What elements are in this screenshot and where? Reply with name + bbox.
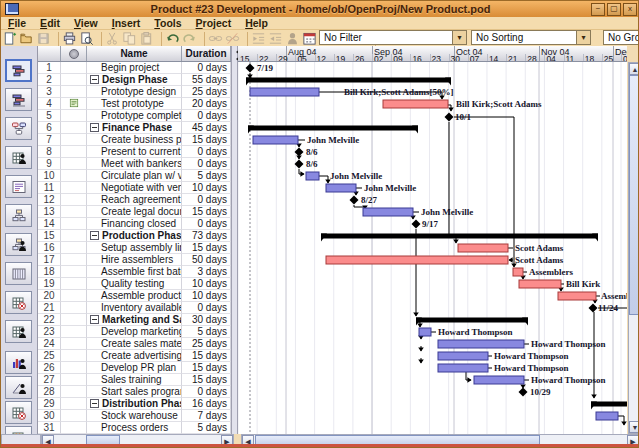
table-row[interactable]: 27Sales training15 days bbox=[38, 374, 231, 386]
task-duration-cell[interactable]: 25 days bbox=[182, 338, 231, 350]
row-number[interactable]: 24 bbox=[38, 338, 61, 350]
table-row[interactable]: 4Test prototype20 days bbox=[38, 98, 231, 110]
task-duration-cell[interactable]: 0 days bbox=[182, 386, 231, 398]
table-row[interactable]: 14Financing closed0 days bbox=[38, 218, 231, 230]
close-button[interactable]: x bbox=[623, 3, 637, 16]
table-row[interactable]: 8Present to current inve0 days bbox=[38, 146, 231, 158]
gantt-summary-bar[interactable] bbox=[246, 78, 451, 83]
task-name-cell[interactable]: Assemble first batch bbox=[87, 266, 182, 278]
menu-help[interactable]: Help bbox=[238, 17, 275, 29]
gantt-task-bar[interactable] bbox=[250, 88, 319, 96]
name-column-header[interactable]: Name bbox=[87, 46, 182, 61]
toolbar-calendar-button[interactable] bbox=[301, 31, 318, 47]
task-name-cell[interactable]: Marketing and Sales P bbox=[87, 314, 182, 326]
task-name-cell[interactable]: Begin project bbox=[87, 62, 182, 74]
scroll-down-icon[interactable]: ▼ bbox=[629, 421, 639, 433]
table-row[interactable]: 23Develop marketing pla5 days bbox=[38, 326, 231, 338]
task-duration-cell[interactable]: 3 days bbox=[182, 266, 231, 278]
task-name-cell[interactable]: Develop PR plan bbox=[87, 362, 182, 374]
table-row[interactable]: 20Assemble product10 days bbox=[38, 290, 231, 302]
row-info-cell[interactable] bbox=[61, 86, 87, 98]
row-info-cell[interactable] bbox=[61, 374, 87, 386]
task-name-cell[interactable]: Create legal document bbox=[87, 206, 182, 218]
table-row[interactable]: 28Start sales program0 days bbox=[38, 386, 231, 398]
table-row[interactable]: 31Process orders5 days bbox=[38, 422, 231, 434]
row-info-cell[interactable] bbox=[61, 98, 87, 110]
task-name-cell[interactable]: Meet with bankers bbox=[87, 158, 182, 170]
row-number[interactable]: 18 bbox=[38, 266, 61, 278]
collapse-icon[interactable] bbox=[90, 231, 99, 240]
row-info-cell[interactable] bbox=[61, 410, 87, 422]
gantt-task-bar[interactable] bbox=[438, 352, 488, 360]
row-info-cell[interactable] bbox=[61, 74, 87, 86]
sidebar-view-resources[interactable] bbox=[5, 146, 32, 169]
row-number[interactable]: 23 bbox=[38, 326, 61, 338]
table-row[interactable]: 10Circulate plan w/ venti5 days bbox=[38, 170, 231, 182]
scroll-up-icon[interactable]: ▲ bbox=[629, 63, 639, 75]
task-duration-cell[interactable]: 15 days bbox=[182, 242, 231, 254]
table-header[interactable]: Name Duration bbox=[38, 46, 231, 62]
table-row[interactable]: 12Reach agreement0 days bbox=[38, 194, 231, 206]
menu-tools[interactable]: Tools bbox=[147, 17, 188, 29]
gantt-task-bar[interactable] bbox=[558, 292, 596, 300]
sidebar-view-reports-columns[interactable] bbox=[5, 262, 32, 285]
menu-file[interactable]: File bbox=[1, 17, 33, 29]
sidebar-view-wbs[interactable] bbox=[5, 204, 32, 227]
table-row[interactable]: 1Begin project0 days bbox=[38, 62, 231, 74]
gantt-task-bar[interactable] bbox=[419, 328, 431, 336]
gantt-milestone[interactable] bbox=[412, 220, 421, 229]
gantt-task-bar[interactable] bbox=[438, 340, 524, 348]
duration-column-header[interactable]: Duration bbox=[182, 46, 231, 61]
task-name-cell[interactable]: Quality testing bbox=[87, 278, 182, 290]
task-duration-cell[interactable]: 15 days bbox=[182, 350, 231, 362]
task-name-cell[interactable]: Reach agreement bbox=[87, 194, 182, 206]
vertical-scroll-thumb[interactable] bbox=[629, 75, 639, 315]
row-number[interactable]: 25 bbox=[38, 350, 61, 362]
task-duration-cell[interactable]: 0 days bbox=[182, 302, 231, 314]
table-row[interactable]: 16Setup assembly line15 days bbox=[38, 242, 231, 254]
minimize-button[interactable]: − bbox=[591, 3, 605, 16]
gantt-summary-bar[interactable] bbox=[248, 126, 418, 131]
row-info-cell[interactable] bbox=[61, 266, 87, 278]
gantt-task-bar[interactable] bbox=[306, 172, 319, 180]
table-row[interactable]: 6Finance Phase45 days bbox=[38, 122, 231, 134]
task-duration-cell[interactable]: 5 days bbox=[182, 170, 231, 182]
row-info-cell[interactable] bbox=[61, 170, 87, 182]
row-number[interactable]: 10 bbox=[38, 170, 61, 182]
sidebar-view-charts[interactable] bbox=[5, 376, 32, 399]
row-number[interactable]: 30 bbox=[38, 410, 61, 422]
table-row[interactable]: 2Design Phase55 days bbox=[38, 74, 231, 86]
row-number[interactable]: 15 bbox=[38, 230, 61, 242]
sidebar-view-task-notes[interactable] bbox=[5, 175, 32, 198]
table-row[interactable]: 13Create legal document15 days bbox=[38, 206, 231, 218]
row-info-cell[interactable] bbox=[61, 62, 87, 74]
task-name-cell[interactable]: Prototype design bbox=[87, 86, 182, 98]
row-info-cell[interactable] bbox=[61, 254, 87, 266]
row-number[interactable]: 21 bbox=[38, 302, 61, 314]
task-duration-cell[interactable]: 20 days bbox=[182, 98, 231, 110]
row-number[interactable]: 9 bbox=[38, 158, 61, 170]
task-duration-cell[interactable]: 45 days bbox=[182, 122, 231, 134]
row-info-cell[interactable] bbox=[61, 242, 87, 254]
task-name-cell[interactable]: Financing closed bbox=[87, 218, 182, 230]
gantt-task-bar[interactable] bbox=[383, 100, 448, 108]
gantt-task-bar[interactable] bbox=[438, 364, 488, 372]
table-row[interactable]: 26Develop PR plan15 days bbox=[38, 362, 231, 374]
gantt-task-bar[interactable] bbox=[513, 268, 523, 276]
table-row[interactable]: 25Create advertising pla15 days bbox=[38, 350, 231, 362]
table-row[interactable]: 5Prototype completed0 days bbox=[38, 110, 231, 122]
gantt-task-bar[interactable] bbox=[458, 244, 508, 252]
gantt-milestone[interactable] bbox=[246, 64, 255, 73]
info-column-header[interactable] bbox=[61, 46, 87, 61]
row-number[interactable]: 14 bbox=[38, 218, 61, 230]
task-name-cell[interactable]: Create advertising pla bbox=[87, 350, 182, 362]
task-duration-cell[interactable]: 0 days bbox=[182, 62, 231, 74]
row-info-cell[interactable] bbox=[61, 422, 87, 434]
task-name-cell[interactable]: Negotiate with venture bbox=[87, 182, 182, 194]
row-number[interactable]: 31 bbox=[38, 422, 61, 434]
row-number[interactable]: 28 bbox=[38, 386, 61, 398]
row-number[interactable]: 19 bbox=[38, 278, 61, 290]
row-info-cell[interactable] bbox=[61, 398, 87, 410]
table-row[interactable]: 11Negotiate with venture10 days bbox=[38, 182, 231, 194]
table-row[interactable]: 21Inventory available0 days bbox=[38, 302, 231, 314]
